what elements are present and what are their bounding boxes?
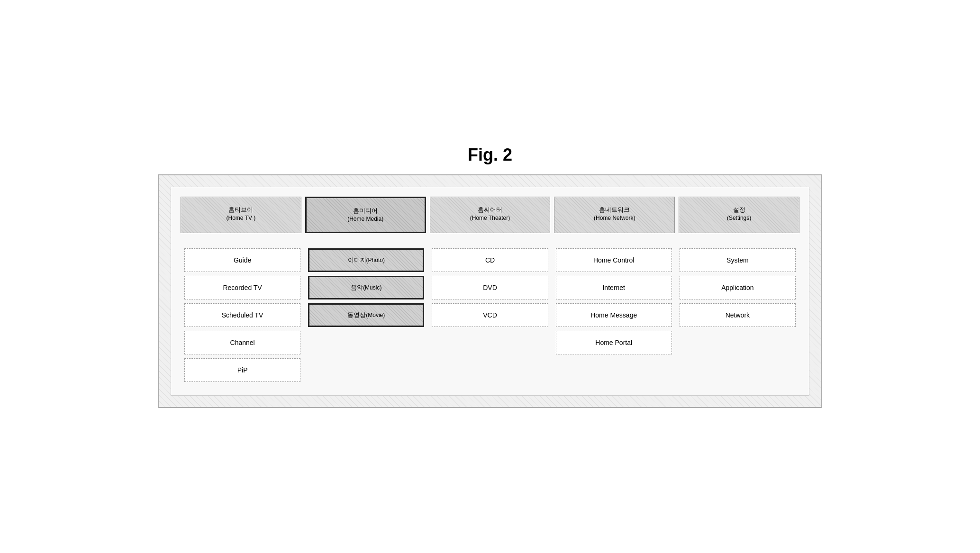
menu-movie[interactable]: 동영상(Movie) — [308, 303, 424, 327]
column-home-network: Home Control Internet Home Message Home … — [552, 245, 676, 386]
menu-channel-label: Channel — [230, 339, 255, 346]
main-frame: 홈티브이 (Home TV ) 홈미디어 (Home Media) 홈씨어터 (… — [158, 174, 822, 408]
nav-home-media-english: (Home Media) — [311, 215, 420, 223]
menu-internet[interactable]: Internet — [556, 276, 672, 299]
menu-dvd[interactable]: DVD — [432, 276, 548, 299]
menu-vcd-label: VCD — [483, 311, 497, 319]
column-settings: System Application Network — [676, 245, 799, 386]
menu-home-control-label: Home Control — [593, 256, 634, 264]
menu-scheduled-tv-label: Scheduled TV — [222, 311, 263, 319]
menu-home-control[interactable]: Home Control — [556, 248, 672, 272]
nav-home-network-korean: 홈네트워크 — [559, 206, 670, 214]
column-home-tv: Guide Recorded TV Scheduled TV Channel P… — [181, 245, 304, 386]
menu-home-message-label: Home Message — [590, 311, 637, 319]
nav-home-network[interactable]: 홈네트워크 (Home Network) — [554, 197, 675, 233]
nav-home-network-english: (Home Network) — [559, 214, 670, 222]
nav-home-theater-korean: 홈씨어터 — [435, 206, 545, 214]
menu-system[interactable]: System — [680, 248, 796, 272]
menu-photo[interactable]: 이미지(Photo) — [308, 248, 424, 272]
menu-application[interactable]: Application — [680, 276, 796, 299]
nav-home-media-korean: 홈미디어 — [311, 207, 420, 215]
content-grid: Guide Recorded TV Scheduled TV Channel P… — [181, 245, 799, 386]
menu-photo-label: 이미지(Photo) — [348, 256, 385, 264]
menu-guide-label: Guide — [234, 256, 251, 264]
menu-pip-label: PiP — [237, 366, 248, 374]
menu-network[interactable]: Network — [680, 303, 796, 327]
nav-settings[interactable]: 설정 (Settings) — [679, 197, 799, 233]
menu-network-label: Network — [726, 311, 750, 319]
nav-home-media[interactable]: 홈미디어 (Home Media) — [305, 197, 426, 233]
menu-channel[interactable]: Channel — [184, 331, 300, 354]
menu-cd[interactable]: CD — [432, 248, 548, 272]
menu-recorded-tv[interactable]: Recorded TV — [184, 276, 300, 299]
menu-music-label: 음악(Music) — [351, 283, 381, 292]
nav-settings-korean: 설정 — [684, 206, 794, 214]
nav-home-tv-korean: 홈티브이 — [186, 206, 296, 214]
nav-settings-english: (Settings) — [684, 214, 794, 222]
figure-title: Fig. 2 — [158, 145, 822, 165]
menu-scheduled-tv[interactable]: Scheduled TV — [184, 303, 300, 327]
menu-home-portal[interactable]: Home Portal — [556, 331, 672, 354]
column-home-theater: CD DVD VCD — [428, 245, 552, 386]
menu-movie-label: 동영상(Movie) — [347, 311, 385, 319]
menu-music[interactable]: 음악(Music) — [308, 276, 424, 299]
menu-recorded-tv-label: Recorded TV — [223, 284, 262, 291]
menu-internet-label: Internet — [602, 284, 625, 291]
column-home-media: 이미지(Photo) 음악(Music) 동영상(Movie) — [304, 245, 428, 386]
nav-row: 홈티브이 (Home TV ) 홈미디어 (Home Media) 홈씨어터 (… — [181, 197, 799, 233]
menu-home-message[interactable]: Home Message — [556, 303, 672, 327]
inner-content: 홈티브이 (Home TV ) 홈미디어 (Home Media) 홈씨어터 (… — [171, 187, 809, 396]
nav-home-tv-english: (Home TV ) — [186, 214, 296, 222]
menu-application-label: Application — [721, 284, 754, 291]
menu-dvd-label: DVD — [483, 284, 497, 291]
menu-system-label: System — [726, 256, 749, 264]
nav-home-theater-english: (Home Theater) — [435, 214, 545, 222]
menu-pip[interactable]: PiP — [184, 358, 300, 382]
menu-home-portal-label: Home Portal — [595, 339, 632, 346]
menu-cd-label: CD — [485, 256, 495, 264]
page-container: Fig. 2 홈티브이 (Home TV ) 홈미디어 (Home Media)… — [158, 145, 822, 408]
menu-vcd[interactable]: VCD — [432, 303, 548, 327]
nav-home-theater[interactable]: 홈씨어터 (Home Theater) — [430, 197, 551, 233]
nav-home-tv[interactable]: 홈티브이 (Home TV ) — [181, 197, 301, 233]
menu-guide[interactable]: Guide — [184, 248, 300, 272]
